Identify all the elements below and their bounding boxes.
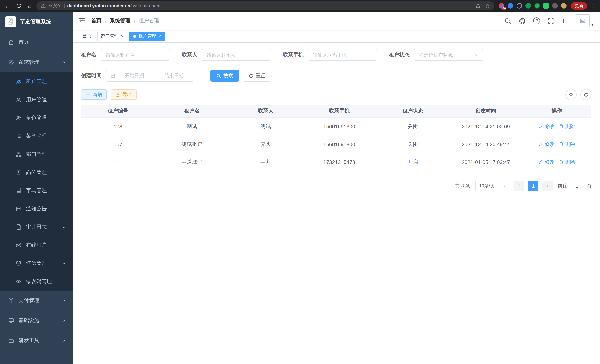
delete-link[interactable]: 删除 — [559, 123, 575, 130]
plus-icon — [86, 92, 91, 97]
page-size-select[interactable]: 10条/页 — [475, 181, 510, 191]
next-page-button[interactable] — [542, 181, 553, 191]
url-bar[interactable]: 不安全 dashboard.yudao.iocoder.cn/system/te… — [36, 1, 494, 10]
add-button[interactable]: 新增 — [81, 89, 107, 100]
goto-page-input[interactable] — [570, 181, 584, 191]
cell-actions: 修改 删除 — [522, 118, 591, 135]
insecure-warning-icon — [41, 3, 46, 8]
extension-icon-green-square[interactable] — [543, 3, 549, 9]
sidebar-item-notice[interactable]: 通知公告 — [0, 200, 73, 218]
extension-icon-colored[interactable]: 10 — [499, 3, 504, 9]
date-separator: - — [153, 73, 155, 78]
refresh-table-button[interactable] — [580, 89, 591, 100]
refresh-icon — [249, 73, 253, 78]
goto-label: 前往 — [558, 183, 567, 189]
close-icon[interactable]: × — [159, 34, 161, 38]
sidebar-item-pay[interactable]: 支付管理 — [0, 290, 73, 311]
sidebar-item-infra[interactable]: 基础设施 — [0, 311, 73, 331]
bookmark-star-icon[interactable]: ☆ — [485, 3, 490, 9]
extension-icon-green-circle[interactable] — [534, 3, 540, 9]
sidebar-item-menu[interactable]: 菜单管理 — [0, 127, 73, 145]
extension-icon-plugin[interactable] — [552, 3, 558, 9]
chevron-up-icon — [62, 60, 66, 65]
sidebar-item-dict[interactable]: 字典管理 — [0, 181, 73, 200]
tenant-name-input[interactable] — [101, 49, 170, 61]
sidebar-toggle-icon[interactable] — [73, 11, 91, 30]
chat-bubble-icon — [16, 206, 21, 212]
sidebar-item-user[interactable]: 用户管理 — [0, 91, 73, 109]
sidebar-item-audit[interactable]: 审计日志 — [0, 218, 73, 236]
sidebar-item-dept[interactable]: 部门管理 — [0, 145, 73, 163]
help-icon[interactable]: ? — [533, 18, 540, 24]
sidebar-item-sms[interactable]: 短信管理 — [0, 254, 73, 272]
list-icon — [16, 133, 21, 139]
tab-dept[interactable]: 部门管理× — [97, 31, 127, 41]
show-search-button[interactable] — [565, 89, 577, 100]
prev-page-button[interactable] — [514, 181, 524, 191]
breadcrumb-home[interactable]: 首页 — [91, 18, 102, 24]
page-number-button[interactable]: 1 — [528, 181, 538, 191]
home-icon[interactable]: ⌂ — [25, 1, 34, 10]
chevron-down-icon — [62, 225, 66, 229]
export-button-label: 导出 — [122, 92, 132, 98]
sidebar-item-post[interactable]: 岗位管理 — [0, 163, 73, 181]
sidebar-item-label: 支付管理 — [19, 297, 39, 304]
extension-icon-dark-ring[interactable] — [516, 3, 522, 9]
delete-label: 删除 — [565, 123, 575, 130]
back-icon[interactable]: ← — [3, 1, 12, 10]
phone-input[interactable] — [308, 49, 377, 61]
font-size-icon[interactable]: TT — [562, 18, 568, 24]
date-range-input[interactable]: 开始日期 - 结束日期 — [106, 70, 194, 82]
tab-tenant[interactable]: 租户管理× — [130, 31, 165, 41]
search-button[interactable]: 搜索 — [210, 70, 239, 82]
search-icon[interactable] — [505, 17, 512, 24]
edit-link[interactable]: 修改 — [539, 141, 554, 148]
users-icon — [16, 115, 21, 121]
sidebar-item-dev[interactable]: 研发工具 — [0, 331, 73, 351]
edit-link[interactable]: 修改 — [539, 159, 554, 165]
book-icon — [16, 187, 21, 194]
breadcrumb-system[interactable]: 系统管理 — [110, 18, 131, 24]
id-card-icon — [16, 169, 21, 175]
reload-icon[interactable] — [14, 1, 23, 10]
share-icon[interactable] — [476, 3, 481, 8]
delete-link[interactable]: 删除 — [559, 141, 575, 148]
user-avatar[interactable]: ▾ — [576, 14, 593, 27]
export-button[interactable]: 导出 — [111, 89, 137, 100]
status-select[interactable]: 请选择租户状态 — [414, 49, 483, 61]
tab-home[interactable]: 首页 — [79, 31, 95, 41]
trash-icon — [559, 124, 564, 129]
cell-tenant-name: 芋道源码 — [155, 153, 229, 171]
chevron-down-icon — [503, 184, 507, 188]
cell-contact: 秃头 — [229, 135, 302, 153]
reset-button[interactable]: 重置 — [243, 70, 271, 82]
home-icon — [8, 39, 14, 45]
signal-icon — [16, 242, 21, 248]
sidebar-item-online[interactable]: 在线用户 — [0, 236, 73, 254]
tab-label: 租户管理 — [138, 33, 156, 39]
sidebar-item-tenant[interactable]: 租户管理 — [0, 72, 73, 91]
chrome-update-button[interactable]: 更新 — [571, 2, 587, 9]
contact-input[interactable] — [202, 49, 271, 61]
cell-status: 开启 — [376, 153, 450, 171]
column-header: 联系人 — [229, 105, 302, 117]
profile-avatar-icon[interactable] — [561, 3, 567, 9]
sidebar-item-role[interactable]: 角色管理 — [0, 109, 73, 127]
chrome-menu-icon[interactable]: ⋮ — [589, 3, 597, 9]
cell-created: 2021-12-14 20:49:44 — [450, 135, 522, 153]
edit-link[interactable]: 修改 — [539, 123, 554, 130]
extension-icon-blue[interactable] — [508, 3, 513, 9]
extension-icon-dark-green[interactable] — [525, 3, 531, 9]
cell-contact: 测试 — [229, 118, 302, 135]
close-icon[interactable]: × — [121, 34, 123, 38]
caret-down-icon: ▾ — [591, 22, 593, 27]
github-icon[interactable] — [519, 17, 526, 24]
sidebar-item-home[interactable]: 首页 — [0, 32, 73, 52]
trash-icon — [559, 142, 564, 147]
sidebar-item-system[interactable]: 系统管理 — [0, 52, 73, 72]
fullscreen-icon[interactable] — [547, 17, 554, 24]
gear-icon — [8, 59, 14, 65]
sidebar-item-errcode[interactable]: 错误码管理 — [0, 272, 73, 290]
url-path: /system/tenant — [130, 3, 160, 8]
delete-link[interactable]: 删除 — [559, 159, 575, 165]
